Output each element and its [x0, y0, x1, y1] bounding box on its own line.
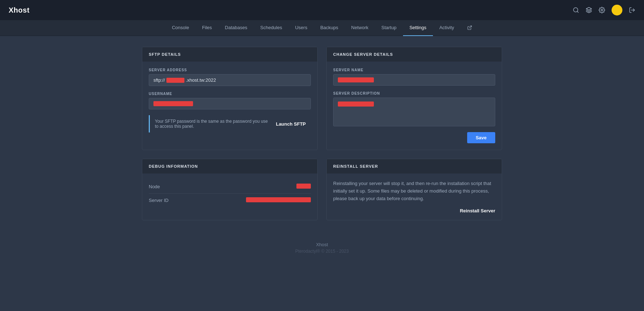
nav-databases[interactable]: Databases — [218, 20, 254, 36]
footer-copyright: Pterodactyl® © 2015 - 2023 — [0, 249, 644, 254]
server-name-group: SERVER NAME — [333, 68, 495, 86]
save-button-container: Save — [333, 132, 495, 143]
logout-icon[interactable] — [629, 7, 635, 13]
debug-serverid-redacted — [246, 197, 311, 202]
server-address-group: SERVER ADDRESS sftp://.xhost.tw:2022 — [149, 68, 311, 86]
debug-table: Node Server ID — [149, 180, 311, 207]
nav-external[interactable] — [461, 20, 479, 36]
nav-console[interactable]: Console — [165, 20, 196, 36]
server-description-group: SERVER DESCRIPTION — [333, 91, 495, 126]
nav-schedules[interactable]: Schedules — [254, 20, 289, 36]
nav-network[interactable]: Network — [345, 20, 375, 36]
debug-card-title: DEBUG INFORMATION — [142, 159, 317, 173]
footer: Xhost Pterodactyl® © 2015 - 2023 — [0, 231, 644, 265]
svg-line-1 — [577, 11, 578, 12]
nav-settings[interactable]: Settings — [403, 20, 433, 36]
reinstall-card-body: Reinstalling your server will stop it, a… — [327, 173, 502, 220]
debug-serverid-label: Server ID — [149, 198, 169, 203]
debug-serverid-value — [246, 197, 311, 203]
debug-node-value — [296, 184, 311, 190]
sftp-card: SFTP DETAILS SERVER ADDRESS sftp://.xhos… — [142, 47, 318, 150]
nav-startup[interactable]: Startup — [375, 20, 403, 36]
server-description-label: SERVER DESCRIPTION — [333, 91, 495, 95]
debug-node-redacted — [296, 184, 311, 189]
server-address-redacted — [166, 78, 184, 83]
server-address-input[interactable]: sftp://.xhost.tw:2022 — [149, 74, 311, 86]
server-name-redacted — [338, 77, 374, 82]
username-label: USERNAME — [149, 92, 311, 96]
launch-sftp-button[interactable]: Launch SFTP — [276, 121, 306, 127]
search-icon[interactable] — [573, 7, 579, 13]
debug-row-node: Node — [149, 180, 311, 194]
nav-activity[interactable]: Activity — [433, 20, 461, 36]
change-server-title: CHANGE SERVER DETAILS — [327, 47, 502, 62]
change-server-body: SERVER NAME SERVER DESCRIPTION Save — [327, 62, 502, 150]
server-name-label: SERVER NAME — [333, 68, 495, 72]
footer-title: Xhost — [0, 242, 644, 247]
sftp-info-text: Your SFTP password is the same as the pa… — [155, 119, 270, 129]
reinstall-server-button[interactable]: Reinstall Server — [460, 208, 495, 213]
svg-point-3 — [601, 9, 603, 11]
avatar[interactable] — [612, 5, 622, 15]
app-logo: Xhost — [9, 6, 30, 14]
svg-line-5 — [469, 26, 471, 28]
username-input[interactable] — [149, 98, 311, 109]
layers-icon[interactable] — [586, 7, 592, 13]
username-group: USERNAME — [149, 92, 311, 109]
server-address-suffix: .xhost.tw:2022 — [186, 77, 216, 83]
server-address-prefix: sftp:// — [153, 77, 165, 83]
debug-node-label: Node — [149, 184, 160, 189]
top-bar-actions — [573, 5, 635, 15]
sftp-card-body: SERVER ADDRESS sftp://.xhost.tw:2022 USE… — [142, 62, 317, 139]
gear-icon[interactable] — [599, 7, 605, 13]
server-description-redacted — [338, 102, 374, 107]
svg-marker-2 — [586, 8, 592, 10]
debug-card-body: Node Server ID — [142, 173, 317, 213]
change-server-card: CHANGE SERVER DETAILS SERVER NAME SERVER… — [326, 47, 502, 150]
nav-users[interactable]: Users — [289, 20, 314, 36]
sub-nav: Console Files Databases Schedules Users … — [0, 20, 644, 36]
reinstall-card: REINSTALL SERVER Reinstalling your serve… — [326, 159, 502, 220]
nav-backups[interactable]: Backups — [314, 20, 345, 36]
server-address-label: SERVER ADDRESS — [149, 68, 311, 72]
sftp-card-title: SFTP DETAILS — [142, 47, 317, 62]
save-button[interactable]: Save — [467, 132, 495, 143]
server-description-input[interactable] — [333, 98, 495, 126]
main-content: SFTP DETAILS SERVER ADDRESS sftp://.xhos… — [70, 36, 574, 231]
sftp-info-box: Your SFTP password is the same as the pa… — [149, 115, 311, 132]
reinstall-button-container: Reinstall Server — [333, 208, 495, 213]
debug-row-serverid: Server ID — [149, 194, 311, 207]
reinstall-description: Reinstalling your server will stop it, a… — [333, 180, 495, 202]
server-name-input[interactable] — [333, 74, 495, 86]
reinstall-card-title: REINSTALL SERVER — [327, 159, 502, 173]
debug-card: DEBUG INFORMATION Node Server ID — [142, 159, 318, 220]
top-bar: Xhost — [0, 0, 644, 20]
nav-files[interactable]: Files — [196, 20, 218, 36]
username-redacted — [153, 101, 193, 106]
